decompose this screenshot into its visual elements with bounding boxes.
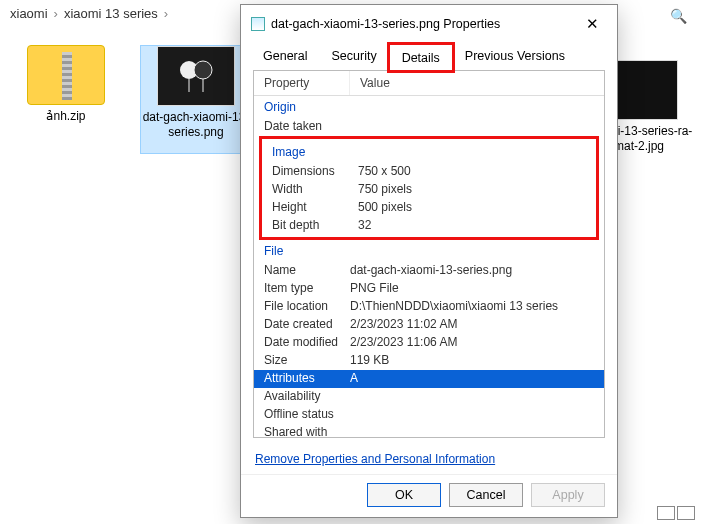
prop-label: Date created xyxy=(264,317,350,333)
prop-value: 32 xyxy=(358,218,371,234)
prop-value: A xyxy=(350,371,358,387)
file-name: ảnh.zip xyxy=(46,109,85,124)
prop-row[interactable]: Shared with xyxy=(254,424,604,438)
chevron-right-icon: › xyxy=(164,6,168,21)
prop-row[interactable]: Date taken xyxy=(254,118,604,136)
prop-label: Offline status xyxy=(264,407,350,423)
prop-value: dat-gach-xiaomi-13-series.png xyxy=(350,263,512,279)
properties-dialog: dat-gach-xiaomi-13-series.png Properties… xyxy=(240,4,618,518)
image-file-icon xyxy=(251,17,265,31)
prop-row[interactable]: Width750 pixels xyxy=(262,181,596,199)
header-property: Property xyxy=(254,71,350,95)
prop-label: Item type xyxy=(264,281,350,297)
prop-value: 2/23/2023 11:06 AM xyxy=(350,335,457,351)
view-switcher[interactable] xyxy=(657,506,695,520)
prop-label: Shared with xyxy=(264,425,350,438)
prop-value: 750 pixels xyxy=(358,182,412,198)
tab-details[interactable]: Details xyxy=(389,44,453,71)
close-icon[interactable]: ✕ xyxy=(578,13,607,35)
prop-label: Attributes xyxy=(264,371,350,387)
prop-value: PNG File xyxy=(350,281,399,297)
column-headers: Property Value xyxy=(254,71,604,96)
prop-row[interactable]: Bit depth32 xyxy=(262,217,596,235)
prop-row[interactable]: Height500 pixels xyxy=(262,199,596,217)
thumbnails-view-icon[interactable] xyxy=(677,506,695,520)
prop-row[interactable]: File locationD:\ThienNDDD\xiaomi\xiaomi … xyxy=(254,298,604,316)
prop-label: Name xyxy=(264,263,350,279)
prop-row[interactable]: Date created2/23/2023 11:02 AM xyxy=(254,316,604,334)
dialog-title: dat-gach-xiaomi-13-series.png Properties xyxy=(271,17,572,31)
dialog-buttons: OK Cancel Apply xyxy=(241,474,617,517)
prop-row[interactable]: Offline status xyxy=(254,406,604,424)
image-group-highlight: Image Dimensions750 x 500 Width750 pixel… xyxy=(259,136,599,240)
prop-label: Width xyxy=(272,182,358,198)
details-pane[interactable]: Property Value Origin Date taken Image D… xyxy=(253,70,605,438)
titlebar[interactable]: dat-gach-xiaomi-13-series.png Properties… xyxy=(241,5,617,43)
search-icon[interactable]: 🔍 xyxy=(670,8,687,24)
prop-value: 2/23/2023 11:02 AM xyxy=(350,317,457,333)
group-origin: Origin xyxy=(254,96,604,118)
prop-row[interactable]: Item typePNG File xyxy=(254,280,604,298)
remove-properties-link[interactable]: Remove Properties and Personal Informati… xyxy=(255,452,495,466)
prop-value: 119 KB xyxy=(350,353,389,369)
prop-label: Bit depth xyxy=(272,218,358,234)
prop-row[interactable]: Date modified2/23/2023 11:06 AM xyxy=(254,334,604,352)
group-file: File xyxy=(254,240,604,262)
prop-label: Dimensions xyxy=(272,164,358,180)
details-view-icon[interactable] xyxy=(657,506,675,520)
zip-icon xyxy=(27,45,105,105)
apply-button: Apply xyxy=(531,483,605,507)
chevron-right-icon: › xyxy=(54,6,58,21)
prop-row[interactable]: Availability xyxy=(254,388,604,406)
prop-value: 500 pixels xyxy=(358,200,412,216)
prop-label: Height xyxy=(272,200,358,216)
prop-label: Date modified xyxy=(264,335,350,351)
file-name: dat-gach-xiaomi-13-series.png xyxy=(141,110,251,140)
svg-point-1 xyxy=(194,61,212,79)
tab-general[interactable]: General xyxy=(251,43,319,70)
prop-row[interactable]: Namedat-gach-xiaomi-13-series.png xyxy=(254,262,604,280)
group-image: Image xyxy=(262,141,596,163)
breadcrumb-seg[interactable]: xiaomi 13 series xyxy=(64,6,158,21)
prop-label: File location xyxy=(264,299,350,315)
prop-row[interactable]: Size119 KB xyxy=(254,352,604,370)
tab-previous-versions[interactable]: Previous Versions xyxy=(453,43,577,70)
tab-bar: General Security Details Previous Versio… xyxy=(241,43,617,70)
header-value: Value xyxy=(350,71,400,95)
remove-properties-link-row: Remove Properties and Personal Informati… xyxy=(241,444,617,474)
prop-row[interactable]: Dimensions750 x 500 xyxy=(262,163,596,181)
file-item[interactable]: dat-gach-xiaomi-13-series.png xyxy=(140,45,252,154)
prop-row-selected[interactable]: AttributesA xyxy=(254,370,604,388)
tab-security[interactable]: Security xyxy=(319,43,388,70)
prop-label: Availability xyxy=(264,389,350,405)
prop-label: Date taken xyxy=(264,119,350,135)
prop-value: 750 x 500 xyxy=(358,164,411,180)
cancel-button[interactable]: Cancel xyxy=(449,483,523,507)
thumbnail xyxy=(157,46,235,106)
prop-value: D:\ThienNDDD\xiaomi\xiaomi 13 series xyxy=(350,299,558,315)
ok-button[interactable]: OK xyxy=(367,483,441,507)
file-item[interactable]: ảnh.zip xyxy=(10,45,122,154)
breadcrumb-seg[interactable]: xiaomi xyxy=(10,6,48,21)
prop-label: Size xyxy=(264,353,350,369)
